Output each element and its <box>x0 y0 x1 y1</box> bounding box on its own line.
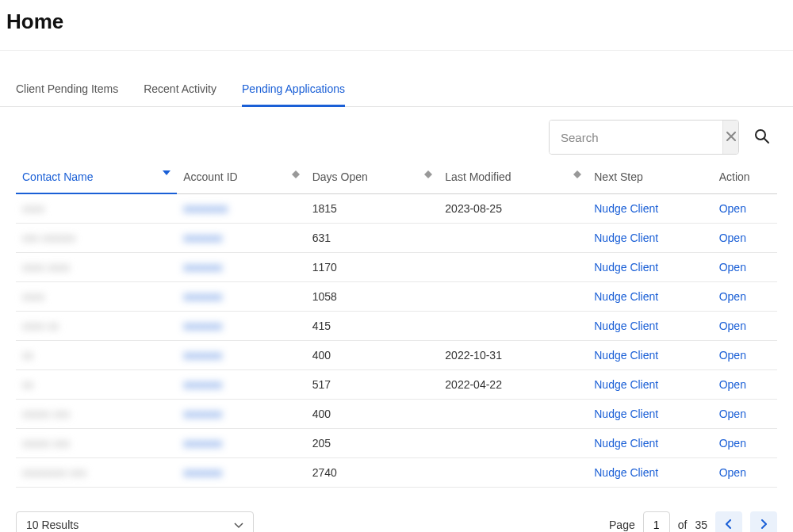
table-row: xxxxx xxxxxxxxxx205Nudge ClientOpen <box>16 429 777 458</box>
applications-table: Contact Name Account ID Days Open <box>16 163 777 488</box>
last-modified-cell: 2023-08-25 <box>439 193 588 224</box>
col-contact-name-label: Contact Name <box>22 170 93 183</box>
account-id-cell[interactable]: xxxxxxx <box>183 261 222 274</box>
col-account-id-label: Account ID <box>183 170 237 183</box>
contact-name-cell: xxxx xxxx <box>22 261 70 274</box>
open-link[interactable]: Open <box>719 290 746 303</box>
last-modified-cell <box>439 400 588 429</box>
tab-client-pending-items[interactable]: Client Pending Items <box>16 73 118 107</box>
table-row: xxxxx xxxxxxxxxx400Nudge ClientOpen <box>16 400 777 429</box>
table-row: xxxxxxxxxxxx18152023-08-25Nudge ClientOp… <box>16 193 777 224</box>
page-label: Page <box>609 519 635 531</box>
account-id-cell[interactable]: xxxxxxx <box>183 466 222 479</box>
account-id-cell[interactable]: xxxxxxxx <box>183 202 228 215</box>
contact-name-cell: xx <box>22 378 33 391</box>
total-pages: 35 <box>695 519 707 531</box>
table-row: xxx xxxxxxxxxxxxx631Nudge ClientOpen <box>16 224 777 253</box>
contact-name-cell: xxxxxxxx xxx <box>22 466 86 479</box>
next-page-button[interactable] <box>750 511 777 532</box>
col-days-open[interactable]: Days Open <box>306 163 439 193</box>
tab-pending-applications[interactable]: Pending Applications <box>242 73 345 107</box>
col-next-step: Next Step <box>588 163 712 193</box>
tab-recent-activity[interactable]: Recent Activity <box>144 73 216 107</box>
contact-name-cell: xxxx <box>22 202 44 215</box>
table-row: xxxxxxxxxxx1058Nudge ClientOpen <box>16 282 777 312</box>
search-container <box>549 120 739 155</box>
nudge-client-link[interactable]: Nudge Client <box>594 437 658 450</box>
open-link[interactable]: Open <box>719 408 746 420</box>
days-open-cell: 517 <box>306 370 439 400</box>
open-link[interactable]: Open <box>719 320 746 332</box>
last-modified-cell <box>439 224 588 253</box>
open-link[interactable]: Open <box>719 202 746 215</box>
sort-icon[interactable] <box>424 170 432 178</box>
days-open-cell: 2740 <box>306 458 439 488</box>
last-modified-cell <box>439 429 588 458</box>
table-row: xxxxxxxx xxxxxxxxxx2740Nudge ClientOpen <box>16 458 777 488</box>
account-id-cell[interactable]: xxxxxxx <box>183 320 222 332</box>
last-modified-cell: 2022-04-22 <box>439 370 588 400</box>
account-id-cell[interactable]: xxxxxxx <box>183 232 222 244</box>
account-id-cell[interactable]: xxxxxxx <box>183 290 222 303</box>
tabs: Client Pending Items Recent Activity Pen… <box>0 73 793 107</box>
account-id-cell[interactable]: xxxxxxx <box>183 349 222 362</box>
table-row: xxxx xxxxxxxxx415Nudge ClientOpen <box>16 312 777 341</box>
svg-line-1 <box>764 139 768 143</box>
account-id-cell[interactable]: xxxxxxx <box>183 378 222 391</box>
open-link[interactable]: Open <box>719 261 746 274</box>
results-per-page-select[interactable]: 10 Results <box>16 511 254 532</box>
nudge-client-link[interactable]: Nudge Client <box>594 202 658 215</box>
nudge-client-link[interactable]: Nudge Client <box>594 408 658 420</box>
col-days-open-label: Days Open <box>312 170 368 183</box>
nudge-client-link[interactable]: Nudge Client <box>594 466 658 479</box>
last-modified-cell <box>439 282 588 312</box>
open-link[interactable]: Open <box>719 378 746 391</box>
nudge-client-link[interactable]: Nudge Client <box>594 320 658 332</box>
nudge-client-link[interactable]: Nudge Client <box>594 232 658 244</box>
nudge-client-link[interactable]: Nudge Client <box>594 349 658 362</box>
results-per-page-label: 10 Results <box>26 519 79 531</box>
last-modified-cell <box>439 458 588 488</box>
page-title: Home <box>6 10 787 34</box>
search-button[interactable] <box>747 120 777 155</box>
pagination: Page of 35 <box>609 511 777 532</box>
clear-search-button[interactable] <box>722 121 738 154</box>
account-id-cell[interactable]: xxxxxxx <box>183 408 222 420</box>
open-link[interactable]: Open <box>719 232 746 244</box>
contact-name-cell: xx <box>22 349 33 362</box>
table-row: xxxxxxxxx4002022-10-31Nudge ClientOpen <box>16 341 777 370</box>
search-icon <box>754 128 770 147</box>
svg-point-0 <box>756 130 765 140</box>
page-number-input[interactable] <box>643 511 670 532</box>
table-row: xxxxxxxxx5172022-04-22Nudge ClientOpen <box>16 370 777 400</box>
days-open-cell: 415 <box>306 312 439 341</box>
sort-icon[interactable] <box>292 170 300 178</box>
days-open-cell: 1170 <box>306 253 439 282</box>
account-id-cell[interactable]: xxxxxxx <box>183 437 222 450</box>
col-contact-name[interactable]: Contact Name <box>16 163 177 193</box>
contact-name-cell: xxxx <box>22 290 44 303</box>
open-link[interactable]: Open <box>719 466 746 479</box>
nudge-client-link[interactable]: Nudge Client <box>594 378 658 391</box>
col-last-modified-label: Last Modified <box>445 170 511 183</box>
days-open-cell: 205 <box>306 429 439 458</box>
search-input[interactable] <box>550 121 722 154</box>
sort-icon[interactable] <box>163 170 170 175</box>
contact-name-cell: xxxx xx <box>22 320 59 332</box>
contact-name-cell: xxxxx xxx <box>22 408 70 420</box>
nudge-client-link[interactable]: Nudge Client <box>594 290 658 303</box>
open-link[interactable]: Open <box>719 349 746 362</box>
col-action: Action <box>713 163 777 193</box>
col-last-modified[interactable]: Last Modified <box>439 163 588 193</box>
prev-page-button[interactable] <box>715 511 742 532</box>
col-account-id[interactable]: Account ID <box>177 163 306 193</box>
chevron-down-icon <box>234 519 243 531</box>
last-modified-cell: 2022-10-31 <box>439 341 588 370</box>
of-label: of <box>678 519 688 531</box>
nudge-client-link[interactable]: Nudge Client <box>594 261 658 274</box>
open-link[interactable]: Open <box>719 437 746 450</box>
table-row: xxxx xxxxxxxxxxx1170Nudge ClientOpen <box>16 253 777 282</box>
col-next-step-label: Next Step <box>594 170 642 183</box>
days-open-cell: 1058 <box>306 282 439 312</box>
sort-icon[interactable] <box>573 170 581 178</box>
